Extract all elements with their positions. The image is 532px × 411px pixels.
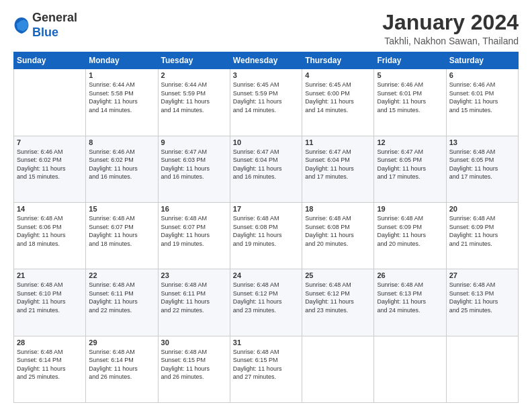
day-number: 17 <box>233 205 299 213</box>
day-number: 5 <box>377 71 443 79</box>
calendar-header-sunday: Sunday <box>14 52 86 69</box>
day-number: 15 <box>89 205 154 213</box>
calendar-header-monday: Monday <box>86 52 158 69</box>
calendar-cell: 6Sunrise: 6:46 AM Sunset: 6:01 PM Daylig… <box>446 69 518 136</box>
calendar-week-2: 14Sunrise: 6:48 AM Sunset: 6:06 PM Dayli… <box>14 202 519 269</box>
day-info: Sunrise: 6:44 AM Sunset: 5:59 PM Dayligh… <box>161 81 227 114</box>
calendar-week-4: 28Sunrise: 6:48 AM Sunset: 6:14 PM Dayli… <box>14 336 519 402</box>
calendar-cell: 12Sunrise: 6:47 AM Sunset: 6:05 PM Dayli… <box>374 136 446 202</box>
calendar-header-friday: Friday <box>374 52 446 69</box>
calendar-header-wednesday: Wednesday <box>230 52 302 69</box>
calendar-cell <box>302 336 374 402</box>
title-block: January 2024 Takhli, Nakhon Sawan, Thail… <box>382 11 519 46</box>
calendar-cell: 3Sunrise: 6:45 AM Sunset: 5:59 PM Daylig… <box>230 69 302 136</box>
day-info: Sunrise: 6:47 AM Sunset: 6:04 PM Dayligh… <box>233 148 299 181</box>
calendar-header-saturday: Saturday <box>446 52 518 69</box>
day-number: 12 <box>377 138 443 146</box>
day-number: 23 <box>161 271 227 279</box>
day-info: Sunrise: 6:46 AM Sunset: 6:02 PM Dayligh… <box>17 148 83 181</box>
day-info: Sunrise: 6:48 AM Sunset: 6:06 PM Dayligh… <box>17 214 83 248</box>
day-number: 4 <box>305 71 371 79</box>
page: General Blue January 2024 Takhli, Nakhon… <box>0 0 532 411</box>
calendar-cell: 22Sunrise: 6:48 AM Sunset: 6:11 PM Dayli… <box>86 269 158 336</box>
calendar-cell: 8Sunrise: 6:46 AM Sunset: 6:02 PM Daylig… <box>86 136 158 202</box>
calendar-cell: 28Sunrise: 6:48 AM Sunset: 6:14 PM Dayli… <box>14 336 86 402</box>
day-number: 21 <box>17 271 83 279</box>
calendar-cell: 25Sunrise: 6:48 AM Sunset: 6:12 PM Dayli… <box>302 269 374 336</box>
day-info: Sunrise: 6:46 AM Sunset: 6:02 PM Dayligh… <box>89 148 154 181</box>
day-info: Sunrise: 6:48 AM Sunset: 6:13 PM Dayligh… <box>377 281 443 314</box>
calendar-cell: 30Sunrise: 6:48 AM Sunset: 6:15 PM Dayli… <box>158 336 230 402</box>
day-number: 9 <box>161 138 227 146</box>
subtitle: Takhli, Nakhon Sawan, Thailand <box>382 36 519 46</box>
calendar-cell: 23Sunrise: 6:48 AM Sunset: 6:11 PM Dayli… <box>158 269 230 336</box>
calendar-cell: 11Sunrise: 6:47 AM Sunset: 6:04 PM Dayli… <box>302 136 374 202</box>
calendar-cell: 13Sunrise: 6:48 AM Sunset: 6:05 PM Dayli… <box>446 136 518 202</box>
day-number: 3 <box>233 71 299 79</box>
day-number: 1 <box>89 71 154 79</box>
calendar-cell: 10Sunrise: 6:47 AM Sunset: 6:04 PM Dayli… <box>230 136 302 202</box>
day-number: 10 <box>233 138 299 146</box>
day-number: 28 <box>17 338 83 347</box>
day-info: Sunrise: 6:48 AM Sunset: 6:07 PM Dayligh… <box>89 214 154 248</box>
day-info: Sunrise: 6:46 AM Sunset: 6:01 PM Dayligh… <box>449 81 515 114</box>
day-number: 26 <box>377 271 443 279</box>
day-number: 24 <box>233 271 299 279</box>
day-number: 22 <box>89 271 154 279</box>
day-info: Sunrise: 6:47 AM Sunset: 6:04 PM Dayligh… <box>305 148 371 181</box>
calendar-cell <box>374 336 446 402</box>
calendar-header-thursday: Thursday <box>302 52 374 69</box>
day-info: Sunrise: 6:48 AM Sunset: 6:08 PM Dayligh… <box>305 214 371 248</box>
logo-general: General <box>32 11 77 24</box>
day-info: Sunrise: 6:45 AM Sunset: 6:00 PM Dayligh… <box>305 81 371 114</box>
day-info: Sunrise: 6:48 AM Sunset: 6:12 PM Dayligh… <box>305 281 371 314</box>
day-info: Sunrise: 6:48 AM Sunset: 6:15 PM Dayligh… <box>233 348 299 381</box>
calendar-cell: 17Sunrise: 6:48 AM Sunset: 6:08 PM Dayli… <box>230 202 302 269</box>
day-info: Sunrise: 6:47 AM Sunset: 6:03 PM Dayligh… <box>161 148 227 181</box>
day-info: Sunrise: 6:48 AM Sunset: 6:08 PM Dayligh… <box>233 214 299 248</box>
day-info: Sunrise: 6:48 AM Sunset: 6:09 PM Dayligh… <box>377 214 443 248</box>
calendar-cell: 29Sunrise: 6:48 AM Sunset: 6:14 PM Dayli… <box>86 336 158 402</box>
day-info: Sunrise: 6:48 AM Sunset: 6:14 PM Dayligh… <box>17 348 83 381</box>
day-number: 16 <box>161 205 227 213</box>
day-info: Sunrise: 6:47 AM Sunset: 6:05 PM Dayligh… <box>377 148 443 181</box>
day-info: Sunrise: 6:48 AM Sunset: 6:14 PM Dayligh… <box>89 348 154 381</box>
day-number: 19 <box>377 205 443 213</box>
calendar-cell <box>14 69 86 136</box>
calendar-cell: 20Sunrise: 6:48 AM Sunset: 6:09 PM Dayli… <box>446 202 518 269</box>
calendar-cell: 15Sunrise: 6:48 AM Sunset: 6:07 PM Dayli… <box>86 202 158 269</box>
calendar-cell: 16Sunrise: 6:48 AM Sunset: 6:07 PM Dayli… <box>158 202 230 269</box>
day-info: Sunrise: 6:48 AM Sunset: 6:13 PM Dayligh… <box>449 281 515 314</box>
day-number: 13 <box>449 138 515 146</box>
day-number: 8 <box>89 138 154 146</box>
day-info: Sunrise: 6:48 AM Sunset: 6:10 PM Dayligh… <box>17 281 83 314</box>
calendar-cell: 31Sunrise: 6:48 AM Sunset: 6:15 PM Dayli… <box>230 336 302 402</box>
calendar-cell: 26Sunrise: 6:48 AM Sunset: 6:13 PM Dayli… <box>374 269 446 336</box>
calendar-cell <box>446 336 518 402</box>
day-number: 30 <box>161 338 227 347</box>
logo: General Blue <box>13 11 77 40</box>
calendar-cell: 27Sunrise: 6:48 AM Sunset: 6:13 PM Dayli… <box>446 269 518 336</box>
day-number: 6 <box>449 71 515 79</box>
calendar-week-0: 1Sunrise: 6:44 AM Sunset: 5:58 PM Daylig… <box>14 69 519 136</box>
day-number: 7 <box>17 138 83 146</box>
calendar-cell: 2Sunrise: 6:44 AM Sunset: 5:59 PM Daylig… <box>158 69 230 136</box>
calendar-cell: 19Sunrise: 6:48 AM Sunset: 6:09 PM Dayli… <box>374 202 446 269</box>
day-info: Sunrise: 6:48 AM Sunset: 6:11 PM Dayligh… <box>89 281 154 314</box>
day-info: Sunrise: 6:48 AM Sunset: 6:12 PM Dayligh… <box>233 281 299 314</box>
calendar-cell: 9Sunrise: 6:47 AM Sunset: 6:03 PM Daylig… <box>158 136 230 202</box>
day-number: 31 <box>233 338 299 347</box>
day-number: 20 <box>449 205 515 213</box>
calendar-cell: 21Sunrise: 6:48 AM Sunset: 6:10 PM Dayli… <box>14 269 86 336</box>
calendar-cell: 1Sunrise: 6:44 AM Sunset: 5:58 PM Daylig… <box>86 69 158 136</box>
day-info: Sunrise: 6:44 AM Sunset: 5:58 PM Dayligh… <box>89 81 154 114</box>
day-number: 29 <box>89 338 154 347</box>
day-info: Sunrise: 6:48 AM Sunset: 6:07 PM Dayligh… <box>161 214 227 248</box>
logo-blue: Blue <box>32 26 58 39</box>
header: General Blue January 2024 Takhli, Nakhon… <box>13 11 519 46</box>
calendar-week-1: 7Sunrise: 6:46 AM Sunset: 6:02 PM Daylig… <box>14 136 519 202</box>
day-number: 27 <box>449 271 515 279</box>
day-number: 18 <box>305 205 371 213</box>
main-title: January 2024 <box>382 11 519 34</box>
calendar-cell: 4Sunrise: 6:45 AM Sunset: 6:00 PM Daylig… <box>302 69 374 136</box>
